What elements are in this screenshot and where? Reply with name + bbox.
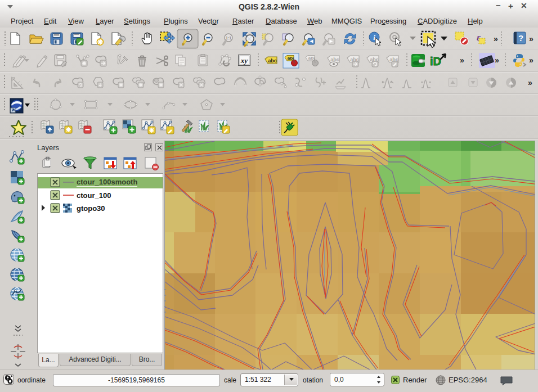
svg-text:»: » — [529, 34, 533, 43]
svg-text:ab: ab — [308, 56, 313, 61]
svg-text:xy: xy — [240, 56, 248, 65]
svg-text:»: » — [495, 56, 499, 65]
svg-text:»: » — [460, 56, 464, 65]
svg-text:iD: iD — [430, 55, 441, 67]
svg-text:abc: abc — [268, 58, 277, 64]
svg-text:»: » — [529, 56, 533, 65]
svg-text:1:1: 1:1 — [226, 36, 231, 40]
svg-text:?: ? — [518, 33, 523, 43]
svg-text:ab: ab — [288, 56, 293, 61]
svg-text:»: » — [494, 34, 498, 43]
svg-text:»: » — [528, 78, 532, 87]
